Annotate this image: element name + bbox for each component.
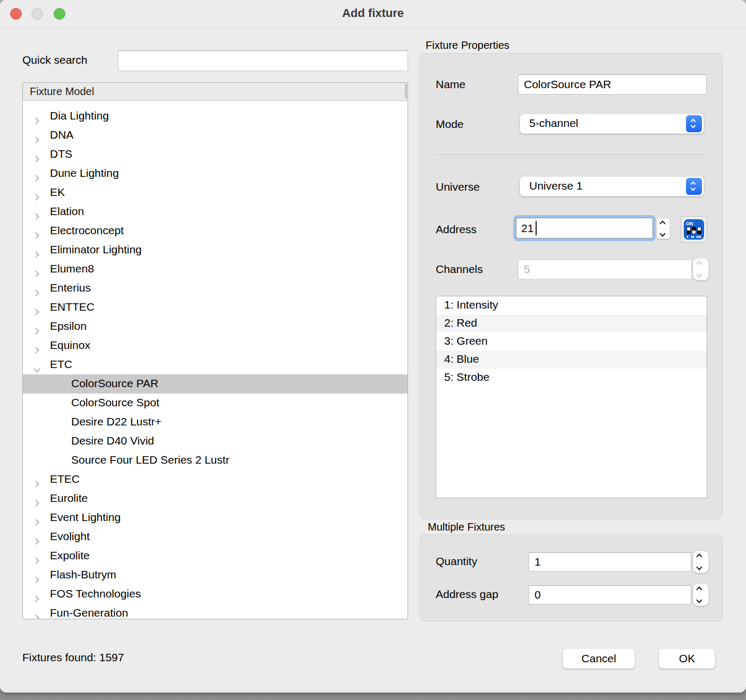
tree-body: Dia LightingDNADTSDune LightingEKElation… <box>23 101 408 619</box>
tree-item[interactable]: EK <box>23 183 408 202</box>
chevron-right-icon[interactable] <box>33 610 38 619</box>
tree-item[interactable]: Enterius <box>23 279 408 298</box>
chevron-right-icon[interactable] <box>33 151 38 164</box>
tree-item[interactable]: Evolight <box>23 527 408 547</box>
tree-item[interactable]: ETC <box>23 355 408 374</box>
tree-item[interactable]: Fun-Generation <box>23 604 408 619</box>
tree-item[interactable]: Dia Lighting <box>23 107 408 126</box>
chevron-right-icon[interactable] <box>33 190 38 202</box>
tree-item[interactable]: ETEC <box>23 470 408 489</box>
tree-item[interactable]: Eliminator Lighting <box>23 241 408 260</box>
tree-header-separator <box>405 84 407 98</box>
name-input[interactable] <box>518 74 707 95</box>
tree-item[interactable]: Dune Lighting <box>23 164 408 183</box>
fixture-properties-title: Fixture Properties <box>426 39 510 52</box>
chevron-right-icon[interactable] <box>33 572 38 585</box>
tree-item[interactable]: FOS Technologies <box>23 585 408 604</box>
window-title: Add fixture <box>0 6 746 20</box>
tree-item[interactable]: Electroconcept <box>23 221 408 241</box>
chevron-right-icon[interactable] <box>33 534 38 547</box>
cancel-button[interactable]: Cancel <box>563 648 635 669</box>
tree-item[interactable]: Eurolite <box>23 489 408 508</box>
tree-item[interactable]: Expolite <box>23 547 408 566</box>
tree-item-label: Electroconcept <box>50 224 124 237</box>
chevron-right-icon[interactable] <box>33 170 38 183</box>
chevron-right-icon[interactable] <box>33 476 38 489</box>
chevron-right-icon[interactable] <box>33 285 38 298</box>
tree-item[interactable]: ENTTEC <box>23 298 408 317</box>
address-label: Address <box>436 223 477 236</box>
tree-item-label: Equinox <box>50 339 90 352</box>
quantity-input[interactable] <box>529 552 691 571</box>
chevron-right-icon[interactable] <box>33 553 38 566</box>
universe-selected-value: Universe 1 <box>529 180 582 192</box>
tree-item-label: Evolight <box>50 530 90 543</box>
tree-item[interactable]: Event Lighting <box>23 508 408 527</box>
tree-item-label: Desire D40 Vivid <box>71 434 154 447</box>
stepper-up-button[interactable] <box>657 218 670 229</box>
tree-item[interactable]: DNA <box>23 126 408 145</box>
tree-item-label: ColorSource PAR <box>71 377 158 390</box>
chevron-right-icon[interactable] <box>33 209 38 221</box>
tree-item[interactable]: Equinox <box>23 336 408 355</box>
chevron-right-icon[interactable] <box>33 132 38 145</box>
tree-item-label: Eurolite <box>50 492 88 505</box>
address-gap-label: Address gap <box>436 588 498 601</box>
quantity-stepper <box>693 551 709 573</box>
chevron-down-icon[interactable] <box>33 362 38 374</box>
tree-item-label: Flash-Butrym <box>50 568 116 581</box>
tree-item[interactable]: Desire D22 Lustr+ <box>23 413 408 432</box>
address-gap-stepper <box>693 584 709 606</box>
channel-row[interactable]: 4: Blue <box>436 351 707 369</box>
tree-item-label: Enterius <box>50 281 91 294</box>
chevron-right-icon[interactable] <box>33 515 38 527</box>
chevron-right-icon[interactable] <box>33 591 38 604</box>
chevron-right-icon[interactable] <box>33 496 38 508</box>
mode-selected-value: 5-channel <box>529 117 578 130</box>
channel-row[interactable]: 2: Red <box>436 314 707 332</box>
dip-switch-button[interactable]: ON <box>681 216 707 243</box>
chevron-right-icon[interactable] <box>33 113 38 126</box>
stepper-up-button[interactable] <box>693 584 709 595</box>
channel-row[interactable]: 1: Intensity <box>436 296 707 314</box>
stepper-down-button <box>693 269 709 280</box>
tree-item[interactable]: Epsilon <box>23 317 408 336</box>
chevron-right-icon[interactable] <box>33 266 38 279</box>
tree-column-header-label: Fixture Model <box>30 86 94 98</box>
tree-item[interactable]: Elation <box>23 202 408 221</box>
tree-item[interactable]: Flash-Butrym <box>23 566 408 585</box>
fixture-model-tree: Fixture Model Dia LightingDNADTSDune Lig… <box>22 82 408 619</box>
universe-select[interactable]: Universe 1 <box>520 176 704 197</box>
tree-item-label: EK <box>50 186 65 199</box>
chevron-right-icon[interactable] <box>33 304 38 317</box>
chevron-right-icon[interactable] <box>33 343 38 355</box>
name-label: Name <box>436 78 465 91</box>
stepper-down-button[interactable] <box>693 595 709 606</box>
multiple-fixtures-title: Multiple Fixtures <box>428 521 505 533</box>
address-gap-input[interactable] <box>529 585 691 604</box>
stepper-up-button <box>693 258 709 269</box>
tree-item[interactable]: Elumen8 <box>23 260 408 279</box>
dip-switch-icon: ON <box>684 219 704 240</box>
tree-item[interactable]: DTS <box>23 145 408 164</box>
chevron-right-icon[interactable] <box>33 247 38 260</box>
title-bar[interactable]: Add fixture <box>0 0 746 28</box>
mode-select[interactable]: 5-channel <box>520 114 704 134</box>
tree-item[interactable]: Desire D40 Vivid <box>23 432 408 451</box>
chevron-right-icon[interactable] <box>33 323 38 336</box>
tree-item[interactable]: Source Four LED Series 2 Lustr <box>23 451 408 470</box>
chevron-right-icon[interactable] <box>33 228 38 241</box>
universe-label: Universe <box>436 181 480 193</box>
stepper-up-button[interactable] <box>693 551 709 562</box>
tree-item-label: Elumen8 <box>50 262 94 275</box>
stepper-down-button[interactable] <box>693 562 709 573</box>
tree-column-header[interactable]: Fixture Model <box>23 83 408 101</box>
channel-row[interactable]: 3: Green <box>436 332 707 351</box>
channel-row[interactable]: 5: Strobe <box>436 369 707 387</box>
stepper-down-button[interactable] <box>657 229 670 240</box>
ok-button[interactable]: OK <box>659 648 715 669</box>
channel-list: 1: Intensity2: Red3: Green4: Blue5: Stro… <box>436 296 707 498</box>
tree-item[interactable]: ColorSource PAR <box>23 374 408 394</box>
tree-item[interactable]: ColorSource Spot <box>23 394 408 413</box>
quick-search-input[interactable] <box>118 50 408 71</box>
